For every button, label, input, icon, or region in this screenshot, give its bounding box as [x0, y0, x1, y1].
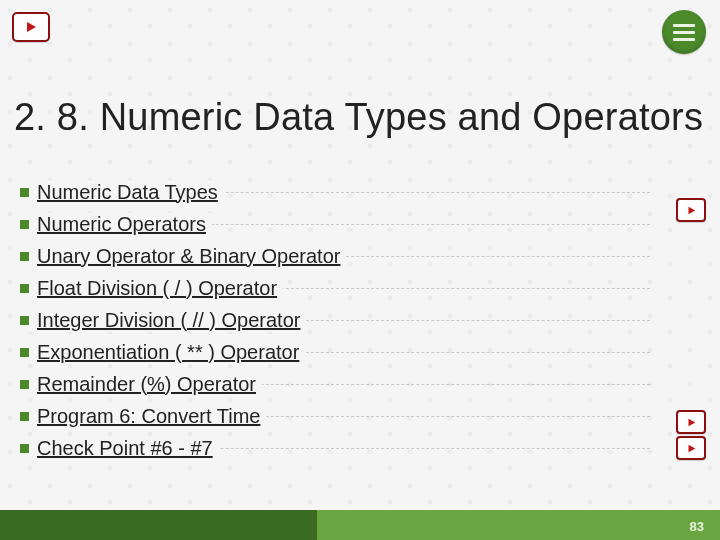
topic-list: Numeric Data Types Numeric Operators Una… [20, 176, 650, 464]
play-icon[interactable] [676, 436, 706, 460]
top-bar [0, 0, 720, 54]
list-item: Check Point #6 - #7 [20, 432, 650, 464]
bullet-icon [20, 380, 29, 389]
topic-link[interactable]: Numeric Data Types [37, 181, 224, 204]
list-item: Exponentiation ( ** ) Operator [20, 336, 650, 368]
svg-marker-2 [688, 418, 695, 426]
list-item: Numeric Operators [20, 208, 650, 240]
footer-segment-light [317, 510, 720, 540]
topic-link[interactable]: Check Point #6 - #7 [37, 437, 219, 460]
list-item: Integer Division ( // ) Operator [20, 304, 650, 336]
topic-link[interactable]: Numeric Operators [37, 213, 212, 236]
list-item: Program 6: Convert Time [20, 400, 650, 432]
play-icon[interactable] [676, 410, 706, 434]
topic-link[interactable]: Program 6: Convert Time [37, 405, 266, 428]
menu-icon[interactable] [662, 10, 706, 54]
bullet-icon [20, 284, 29, 293]
svg-marker-1 [688, 206, 695, 214]
topic-link[interactable]: Exponentiation ( ** ) Operator [37, 341, 305, 364]
bullet-icon [20, 188, 29, 197]
topic-link[interactable]: Integer Division ( // ) Operator [37, 309, 306, 332]
topic-link[interactable]: Unary Operator & Binary Operator [37, 245, 346, 268]
play-icon[interactable] [12, 12, 50, 42]
bullet-icon [20, 252, 29, 261]
list-item: Float Division ( / ) Operator [20, 272, 650, 304]
list-item: Numeric Data Types [20, 176, 650, 208]
list-item: Unary Operator & Binary Operator [20, 240, 650, 272]
topic-link[interactable]: Float Division ( / ) Operator [37, 277, 283, 300]
bullet-icon [20, 316, 29, 325]
topic-link[interactable]: Remainder (%) Operator [37, 373, 262, 396]
list-item: Remainder (%) Operator [20, 368, 650, 400]
footer-segment-dark [0, 510, 317, 540]
slide-title: 2. 8. Numeric Data Types and Operators [14, 96, 706, 139]
footer-bar [0, 510, 720, 540]
bullet-icon [20, 348, 29, 357]
play-icon[interactable] [676, 198, 706, 222]
svg-marker-0 [27, 22, 36, 32]
page-number: 83 [690, 519, 704, 534]
svg-marker-3 [688, 444, 695, 452]
bullet-icon [20, 412, 29, 421]
bullet-icon [20, 220, 29, 229]
bullet-icon [20, 444, 29, 453]
